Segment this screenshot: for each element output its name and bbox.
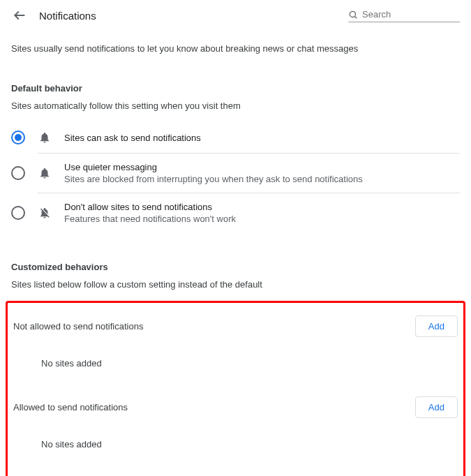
option-title: Don't allow sites to send notifications: [64, 202, 236, 212]
search-field[interactable]: [348, 9, 460, 22]
radio-button[interactable]: [11, 131, 25, 144]
not-allowed-empty: No sites added: [13, 344, 458, 389]
allowed-empty: No sites added: [13, 425, 458, 470]
add-not-allowed-button[interactable]: Add: [415, 315, 458, 337]
option-desc: Sites are blocked from interrupting you …: [64, 174, 363, 184]
add-allowed-button[interactable]: Add: [415, 396, 458, 418]
customized-behaviors-box: Not allowed to send notifications Add No…: [6, 301, 465, 476]
not-allowed-header: Not allowed to send notifications Add: [13, 308, 458, 344]
radio-button[interactable]: [11, 166, 25, 180]
intro-text: Sites usually send notifications to let …: [0, 31, 471, 54]
arrow-left-icon: [13, 8, 27, 22]
search-input[interactable]: [362, 9, 460, 20]
option-title: Sites can ask to send notifications: [64, 133, 201, 143]
svg-line-2: [354, 16, 357, 18]
radio-option-ask[interactable]: Sites can ask to send notifications: [11, 122, 460, 153]
default-behavior-heading: Default behavior: [11, 83, 460, 94]
not-allowed-label: Not allowed to send notifications: [13, 321, 143, 332]
allowed-header: Allowed to send notifications Add: [13, 389, 458, 425]
bell-off-icon: [38, 207, 51, 219]
radio-option-block[interactable]: Don't allow sites to send notifications …: [11, 193, 460, 232]
customized-sub: Sites listed below follow a custom setti…: [11, 279, 460, 290]
customized-heading: Customized behaviors: [11, 262, 460, 272]
default-behavior-sub: Sites automatically follow this setting …: [11, 101, 460, 111]
option-title: Use quieter messaging: [64, 162, 363, 172]
option-desc: Features that need notifications won't w…: [64, 214, 236, 224]
svg-point-1: [350, 11, 355, 17]
allowed-label: Allowed to send notifications: [13, 402, 128, 412]
bell-icon: [38, 167, 51, 179]
bell-icon: [38, 131, 51, 144]
page-header: Notifications: [0, 0, 471, 31]
back-button[interactable]: [11, 7, 28, 24]
search-icon: [348, 9, 358, 20]
radio-option-quieter[interactable]: Use quieter messaging Sites are blocked …: [11, 154, 460, 193]
radio-button[interactable]: [11, 206, 25, 220]
page-title: Notifications: [39, 10, 96, 22]
